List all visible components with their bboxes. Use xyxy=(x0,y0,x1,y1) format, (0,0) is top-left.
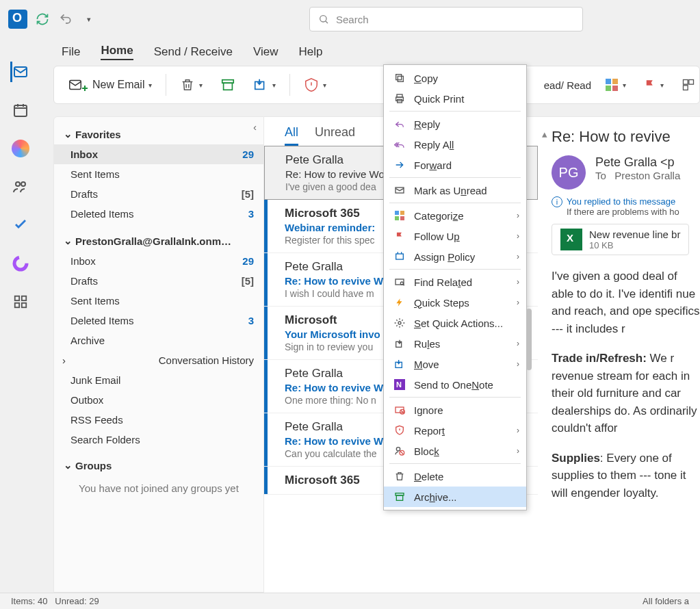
read-unread-button[interactable]: ead/ Read xyxy=(544,79,591,91)
tab-send-receive[interactable]: Send / Receive xyxy=(154,45,233,59)
separator xyxy=(166,74,166,96)
svg-rect-29 xyxy=(395,216,399,220)
folder-inbox2[interactable]: Inbox29 xyxy=(54,251,263,271)
title-bar: ▾ Search xyxy=(0,0,700,38)
flag-button[interactable]: ▾ xyxy=(640,76,668,94)
ctx-archive[interactable]: Archive... xyxy=(384,487,526,507)
folder-sent2[interactable]: Sent Items xyxy=(54,291,263,311)
tab-view[interactable]: View xyxy=(253,45,278,59)
folder-outbox[interactable]: Outbox xyxy=(54,390,263,410)
app-rail xyxy=(0,41,41,312)
rules-icon xyxy=(393,337,406,350)
search-input[interactable]: Search xyxy=(309,7,583,31)
account-header[interactable]: ⌄PrestonGralla@GrallaInk.onm… xyxy=(54,231,263,251)
svg-rect-10 xyxy=(70,81,81,90)
excel-icon xyxy=(560,229,582,250)
report-button[interactable]: ▾ xyxy=(300,75,330,95)
ctx-onenote[interactable]: NSend to OneNote xyxy=(384,374,526,395)
sender-name: Pete Gralla <p xyxy=(595,155,680,170)
rail-todo-icon[interactable] xyxy=(10,215,31,235)
folder-deleted2[interactable]: Deleted Items3 xyxy=(54,311,263,331)
outlook-logo xyxy=(8,10,27,29)
filter-all[interactable]: All xyxy=(285,125,298,146)
svg-rect-12 xyxy=(224,83,233,90)
folder-sent[interactable]: Sent Items xyxy=(54,164,263,184)
svg-point-4 xyxy=(21,182,25,186)
ctx-rules[interactable]: Rules› xyxy=(384,333,526,354)
rail-people-icon[interactable] xyxy=(10,177,31,197)
ctx-copy[interactable]: Copy xyxy=(384,68,526,88)
mail-icon xyxy=(393,184,406,196)
sync-icon[interactable] xyxy=(34,11,51,27)
categorize-button[interactable]: ▾ xyxy=(601,75,630,94)
svg-rect-2 xyxy=(14,105,27,116)
main-body: ‹ ⌄Favorites Inbox29 Sent Items Drafts[5… xyxy=(53,116,700,593)
folder-rss[interactable]: RSS Feeds xyxy=(54,410,263,430)
tab-help[interactable]: Help xyxy=(298,45,322,59)
archive-button[interactable] xyxy=(216,75,239,95)
shield-icon xyxy=(393,424,406,437)
ctx-follow-up[interactable]: Follow Up› xyxy=(384,226,526,246)
ctx-find-related[interactable]: Find Related› xyxy=(384,272,526,292)
svg-rect-21 xyxy=(398,76,403,81)
menu-tabs: File Home Send / Receive View Help xyxy=(0,38,700,66)
ctx-block[interactable]: Block› xyxy=(384,441,526,461)
svg-rect-28 xyxy=(400,211,404,215)
rail-apps-icon[interactable] xyxy=(10,291,31,312)
folder-conv-history[interactable]: › Conversation History xyxy=(54,350,263,370)
email-body: I've given a good deal of able to do it.… xyxy=(552,268,700,502)
context-scrollbar[interactable] xyxy=(526,309,532,370)
svg-rect-16 xyxy=(606,86,611,91)
filter-unread[interactable]: Unread xyxy=(315,125,355,146)
tab-file[interactable]: File xyxy=(62,45,80,59)
folder-search-folders[interactable]: Search Folders xyxy=(54,430,263,450)
ctx-move[interactable]: Move› xyxy=(384,354,526,374)
favorites-header[interactable]: ⌄Favorites xyxy=(54,124,263,144)
ctx-forward[interactable]: Forward xyxy=(384,155,526,175)
groups-header[interactable]: ⌄Groups xyxy=(54,455,263,476)
copy-icon xyxy=(393,72,406,84)
undo-icon[interactable] xyxy=(57,11,74,27)
svg-rect-15 xyxy=(612,79,618,84)
ctx-report[interactable]: Report› xyxy=(384,420,526,441)
svg-rect-8 xyxy=(15,303,19,307)
status-right: All folders a xyxy=(643,596,689,606)
reply-all-icon xyxy=(393,138,406,151)
attachment[interactable]: New revenue line br 10 KB xyxy=(552,224,689,255)
rail-loop-icon[interactable] xyxy=(10,253,31,274)
folder-junk[interactable]: Junk Email xyxy=(54,370,263,390)
move-button[interactable]: ▾ xyxy=(249,75,280,95)
ctx-assign-policy[interactable]: Assign Policy› xyxy=(384,246,526,267)
svg-point-3 xyxy=(16,182,20,186)
ctx-reply[interactable]: Reply xyxy=(384,114,526,134)
ctx-delete[interactable]: Delete xyxy=(384,466,526,487)
tab-home[interactable]: Home xyxy=(101,44,133,60)
ctx-reply-all[interactable]: Reply All xyxy=(384,134,526,155)
folder-archive[interactable]: Archive xyxy=(54,331,263,350)
delete-button[interactable]: ▾ xyxy=(176,75,207,95)
status-items: Items: 40 xyxy=(11,596,47,606)
chevron-down-icon[interactable]: ▾ xyxy=(148,81,152,89)
ctx-set-quick-actions[interactable]: Set Quick Actions... xyxy=(384,313,526,333)
categorize-icon xyxy=(393,209,406,222)
more-button[interactable] xyxy=(677,75,699,94)
ctx-categorize[interactable]: Categorize› xyxy=(384,205,526,226)
folder-drafts2[interactable]: Drafts[5] xyxy=(54,271,263,291)
customize-dropdown-icon[interactable]: ▾ xyxy=(81,11,97,27)
new-email-button[interactable]: New Email ▾ xyxy=(64,75,156,95)
folder-deleted[interactable]: Deleted Items3 xyxy=(54,204,263,224)
rail-calendar-icon[interactable] xyxy=(10,100,31,120)
folder-drafts[interactable]: Drafts[5] xyxy=(54,184,263,204)
ctx-quick-steps[interactable]: Quick Steps› xyxy=(384,292,526,313)
rail-mail-icon[interactable] xyxy=(10,62,31,82)
svg-rect-7 xyxy=(22,296,26,300)
ctx-ignore[interactable]: Ignore xyxy=(384,400,526,420)
ctx-mark-unread[interactable]: Mark as Unread xyxy=(384,180,526,200)
collapse-folders-icon[interactable]: ‹ xyxy=(253,121,257,133)
status-unread: Unread: 29 xyxy=(55,596,99,606)
folder-inbox[interactable]: Inbox29 xyxy=(54,144,263,164)
ctx-quick-print[interactable]: Quick Print xyxy=(384,88,526,109)
svg-text:N: N xyxy=(396,380,402,389)
scroll-up-icon[interactable]: ▴ xyxy=(542,128,547,140)
rail-copilot-icon[interactable] xyxy=(10,138,31,159)
